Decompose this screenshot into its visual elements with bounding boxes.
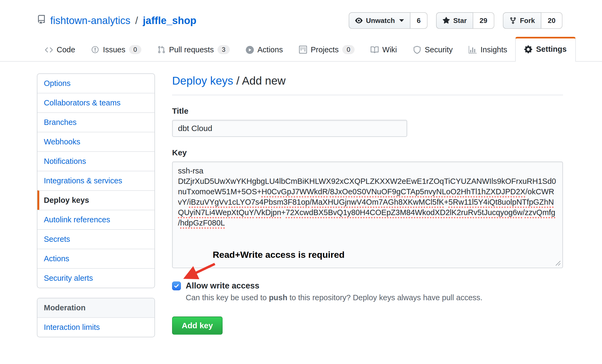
project-icon (299, 46, 307, 54)
issue-icon (91, 46, 99, 54)
tab-pull-requests-count: 3 (218, 45, 230, 54)
repo-header: fishtown-analytics / jaffle_shop Unwatch… (0, 0, 602, 29)
tab-settings-label: Settings (536, 45, 566, 54)
textarea-resize-handle-icon[interactable] (554, 260, 561, 266)
shield-icon (413, 46, 421, 54)
tab-issues-label: Issues (103, 45, 125, 54)
page-title: Deploy keys / Add new (172, 74, 563, 87)
settings-menu: OptionsCollaborators & teamsBranchesWebh… (37, 73, 155, 288)
sidebar-item-collaborators-teams[interactable]: Collaborators & teams (37, 93, 154, 112)
sidebar-item-deploy-keys[interactable]: Deploy keys (37, 190, 154, 210)
key-misspelled-segment: 8JxOe0S0VNuOF9gCTAp5nvyNLoO2HhTl1hZXDJPD… (330, 187, 525, 196)
code-icon (45, 46, 53, 54)
deploy-keys-breadcrumb-link[interactable]: Deploy keys (172, 74, 233, 87)
sidebar-item-security-alerts[interactable]: Security alerts (37, 268, 154, 288)
star-label: Star (453, 17, 467, 25)
allow-write-help: Can this key be used to push to this rep… (186, 293, 563, 302)
sidebar-item-autolink-references[interactable]: Autolink references (37, 210, 154, 229)
key-segment: + (444, 198, 449, 206)
star-icon (442, 17, 450, 24)
sidebar-item-options[interactable]: Options (37, 74, 154, 93)
key-misspelled-segment: 72XcwdBX5BvQ1y80H4COEpZ3M84WkodXD2lK2ruR… (286, 208, 523, 217)
repo-icon (37, 15, 46, 26)
repo-separator: / (135, 15, 138, 26)
tab-security-label: Security (425, 45, 453, 54)
graph-icon (469, 46, 477, 54)
title-input[interactable] (172, 120, 407, 137)
sidebar-item-webhooks[interactable]: Webhooks (37, 132, 154, 151)
star-count[interactable]: 29 (473, 12, 494, 29)
key-misspelled-segment: MaXHUGjnwV4Om7AGh8XKwMCl5fK (312, 198, 444, 206)
tab-actions-label: Actions (258, 45, 283, 54)
key-misspelled-segment: hdpGzF080L (180, 219, 225, 227)
tab-pull-requests-label: Pull requests (169, 45, 214, 54)
breadcrumb-current: Add new (242, 74, 285, 87)
sidebar-item-integrations-services[interactable]: Integrations & services (37, 171, 154, 190)
help-text-before: Can this key be used to (186, 293, 269, 302)
tab-issues-count: 0 (129, 45, 141, 54)
sidebar-item-secrets[interactable]: Secrets (37, 229, 154, 249)
tab-pull-requests[interactable]: Pull requests3 (149, 38, 238, 61)
tab-issues[interactable]: Issues0 (83, 38, 149, 61)
star-button-group: Star29 (436, 12, 494, 29)
key-segment: / (254, 208, 256, 217)
fork-button[interactable]: Fork (503, 12, 541, 29)
unwatch-count[interactable]: 6 (410, 12, 428, 29)
tab-code-label: Code (57, 45, 75, 54)
key-misspelled-segment: VkDjpn (256, 208, 281, 217)
book-icon (371, 46, 379, 54)
key-segment: / (178, 219, 180, 227)
key-segment: / (523, 208, 525, 217)
repo-owner-link[interactable]: fishtown-analytics (50, 15, 130, 26)
key-misspelled-segment: zzvQmfg (525, 208, 555, 217)
repo-name-link[interactable]: jaffle_shop (143, 15, 196, 26)
play-icon (246, 46, 254, 54)
repo-fork-icon (509, 17, 517, 24)
tab-insights-label: Insights (480, 45, 507, 54)
tab-actions[interactable]: Actions (238, 38, 291, 61)
tab-insights[interactable]: Insights (461, 38, 515, 61)
fork-button-group: Fork20 (503, 12, 562, 29)
allow-write-row: Allow write access (172, 281, 563, 291)
sidebar-section-moderation-header: Moderation (37, 298, 154, 317)
tab-code[interactable]: Code (37, 38, 83, 61)
tab-projects-count: 0 (342, 45, 354, 54)
star-button[interactable]: Star (436, 12, 473, 29)
key-label: Key (172, 148, 563, 157)
key-field-wrapper: ssh-rsa DtZjrXuD5UwXwYKHgbgLU4lbCmBiKHLW… (172, 161, 563, 268)
repo-tab-bar: CodeIssues0Pull requests3ActionsProjects… (0, 37, 602, 62)
fork-label: Fork (520, 17, 535, 25)
help-text-push: push (269, 293, 287, 302)
sidebar-item-actions[interactable]: Actions (37, 249, 154, 268)
moderation-menu: ModerationInteraction limits (37, 298, 155, 337)
key-misspelled-segment: H0CvGpJ7WWkdR (262, 187, 328, 196)
page: { "colors": { "link_blue": "#0366d6", "t… (0, 0, 602, 364)
tab-wiki-label: Wiki (382, 45, 397, 54)
unwatch-label: Unwatch (366, 17, 395, 25)
title-label: Title (172, 106, 563, 116)
repo-title: fishtown-analytics / jaffle_shop (37, 15, 196, 26)
tab-projects[interactable]: Projects0 (291, 38, 363, 61)
sidebar-item-notifications[interactable]: Notifications (37, 151, 154, 171)
tab-wiki[interactable]: Wiki (363, 38, 405, 61)
key-segment: / (310, 198, 312, 206)
fork-count[interactable]: 20 (541, 12, 562, 29)
sidebar-item-interaction-limits[interactable]: Interaction limits (37, 317, 154, 337)
key-segment: / (328, 187, 330, 196)
help-text-after: to this repository? Deploy keys always h… (287, 293, 482, 302)
unwatch-button[interactable]: Unwatch (349, 12, 410, 29)
unwatch-button-group: Unwatch6 (349, 12, 428, 29)
annotation-text: Read+Write access is required (213, 250, 345, 260)
checkmark-icon (173, 283, 180, 289)
eye-icon (355, 17, 363, 24)
tab-security[interactable]: Security (405, 38, 461, 61)
settings-sidebar: OptionsCollaborators & teamsBranchesWebh… (37, 73, 155, 337)
tab-settings[interactable]: Settings (515, 37, 576, 62)
breadcrumb-separator: / (233, 74, 242, 87)
repo-social-actions: Unwatch6Star29Fork20 (349, 12, 562, 29)
key-segment: + (281, 208, 286, 217)
sidebar-item-branches[interactable]: Branches (37, 112, 154, 132)
main-panel: Deploy keys / Add new Title Key ssh-rsa … (172, 73, 563, 335)
annotation-arrow-icon (180, 262, 220, 286)
add-key-button[interactable]: Add key (172, 316, 223, 335)
